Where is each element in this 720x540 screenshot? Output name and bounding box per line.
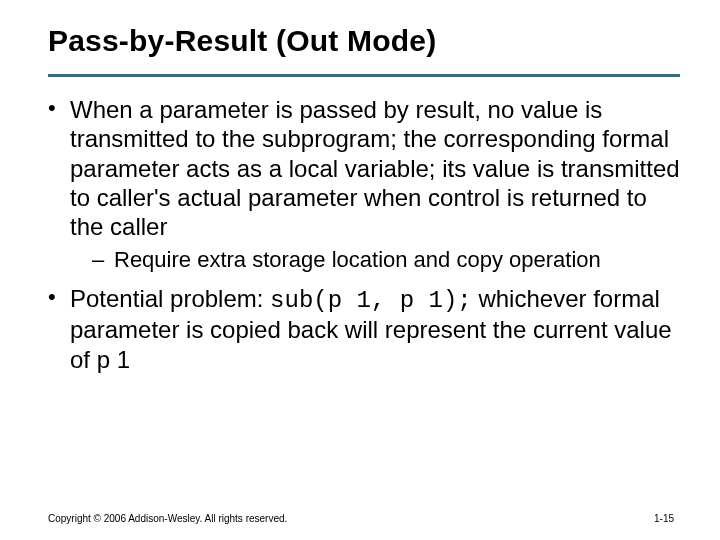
page-number: 1-15 [654, 513, 674, 524]
bullet-list: When a parameter is passed by result, no… [48, 95, 680, 374]
bullet-code: sub(p 1, p 1); [270, 287, 472, 314]
bullet-text-prefix: Potential problem: [70, 285, 270, 312]
bullet-text: When a parameter is passed by result, no… [70, 96, 680, 240]
sub-bullet-list: Require extra storage location and copy … [70, 247, 680, 274]
copyright-text: Copyright © 2006 Addison-Wesley. All rig… [48, 513, 287, 524]
sub-bullet-text: Require extra storage location and copy … [114, 247, 601, 272]
bullet-item: When a parameter is passed by result, no… [48, 95, 680, 274]
slide-footer: Copyright © 2006 Addison-Wesley. All rig… [48, 513, 674, 524]
slide: Pass-by-Result (Out Mode) When a paramet… [0, 0, 720, 374]
bullet-item: Potential problem: sub(p 1, p 1); whiche… [48, 284, 680, 374]
slide-title: Pass-by-Result (Out Mode) [48, 24, 680, 58]
sub-bullet-item: Require extra storage location and copy … [92, 247, 680, 274]
title-underline [48, 74, 680, 77]
